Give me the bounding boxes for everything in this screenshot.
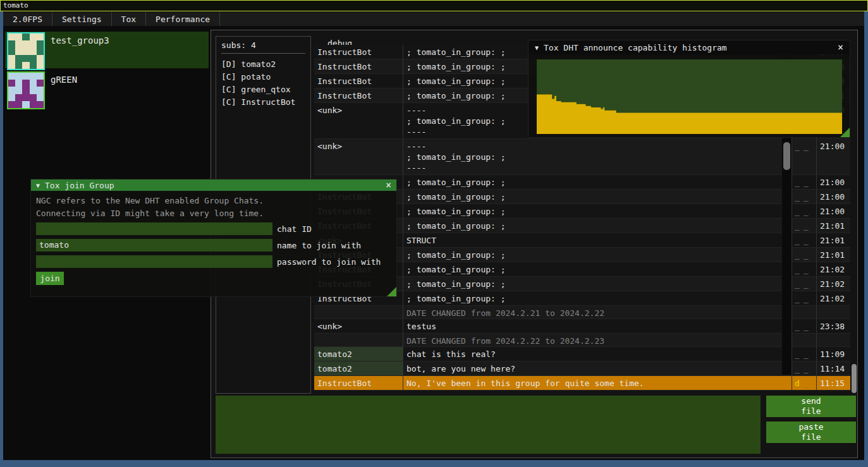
close-icon[interactable]: ×	[838, 43, 843, 52]
member-item-tomato2[interactable]: [D] tomato2	[221, 58, 305, 71]
close-icon[interactable]: ×	[386, 181, 391, 190]
message-text: STRUCT	[403, 233, 782, 247]
collapse-icon[interactable]: ▼	[535, 44, 539, 51]
chat-id-input[interactable]	[36, 222, 272, 235]
message-flags: __	[792, 347, 816, 361]
resize-grip[interactable]	[840, 128, 850, 137]
date-separator-row[interactable]: DATE CHANGED from 2024.2.21 to 2024.2.22	[314, 306, 850, 319]
chat-window-scrollbar-thumb[interactable]	[852, 364, 857, 393]
message-sender: <unk>	[314, 139, 403, 174]
dialog-field-row: password to join with	[36, 255, 381, 268]
message-time: 21:00	[816, 139, 850, 174]
member-list: [D] tomato2[C] potato[C] green_qtox[C] I…	[221, 58, 305, 109]
member-item-potato[interactable]: [C] potato	[221, 71, 305, 83]
message-time: 21:00	[816, 204, 850, 218]
contact-name: gREEN	[51, 75, 77, 85]
date-separator-row[interactable]: DATE CHANGED from 2024.2.22 to 2024.2.23	[314, 334, 850, 347]
contact-name: test_group3	[51, 35, 109, 45]
message-time	[816, 334, 850, 346]
message-flags: __	[792, 233, 816, 247]
message-time: 11:15	[816, 376, 850, 390]
histogram-bars	[537, 95, 842, 135]
message-sender	[314, 334, 403, 346]
message-flags: d_	[792, 376, 816, 390]
member-item-instructbot[interactable]: [C] InstructBot	[221, 96, 305, 109]
message-text: ; tomato_in_group: ;	[403, 219, 782, 233]
message-row[interactable]: InstructBotNo, I've been in this group f…	[314, 376, 850, 391]
message-text: ; tomato_in_group: ;	[403, 204, 782, 218]
message-text: ; tomato_in_group: ;	[403, 277, 782, 291]
send-file-button[interactable]: send file	[766, 396, 856, 417]
join-dialog-title: Tox join Group	[45, 181, 114, 190]
paste-file-button[interactable]: paste file	[766, 422, 856, 443]
join-dialog-titlebar[interactable]: ▼ Tox join Group ×	[31, 179, 396, 191]
message-sender: InstructBot	[314, 45, 403, 59]
group-avatar	[7, 71, 45, 109]
message-time: 21:02	[816, 277, 850, 291]
join-button[interactable]: join	[36, 272, 64, 285]
menu-item-2-0fps[interactable]: 2.0FPS	[3, 12, 52, 26]
message-sender: tomato2	[314, 361, 403, 375]
message-text: ; tomato_in_group: ;	[403, 248, 782, 262]
message-flags: __	[792, 262, 816, 276]
message-sender: InstructBot	[314, 59, 403, 73]
dialog-field-row: tomatoname to join with	[36, 239, 381, 252]
subs-separator	[221, 53, 305, 54]
window-titlebar[interactable]: tomato	[0, 0, 868, 11]
message-time: 11:14	[816, 361, 850, 375]
date-changed-text: DATE CHANGED from 2024.2.21 to 2024.2.22	[403, 306, 782, 318]
messages-scrollbar-thumb[interactable]	[783, 142, 790, 170]
message-sender: InstructBot	[314, 376, 403, 390]
message-time: 21:02	[816, 262, 850, 276]
message-text: ; tomato_in_group: ;	[403, 190, 782, 203]
message-row[interactable]: <unk>testus__23:38	[314, 319, 850, 334]
message-flags	[792, 334, 816, 346]
menu-item-settings[interactable]: Settings	[52, 12, 112, 26]
message-time: 11:09	[816, 347, 850, 361]
message-flags: __	[792, 139, 816, 174]
menu-item-tox[interactable]: Tox	[112, 12, 146, 26]
member-item-green_qtox[interactable]: [C] green_qtox	[221, 83, 305, 96]
message-sender: <unk>	[314, 103, 403, 138]
histogram-titlebar[interactable]: ▼ Tox DHT announce capability histogram …	[529, 40, 850, 54]
message-flags: __	[792, 319, 816, 333]
message-flags: __	[792, 277, 816, 291]
message-time	[816, 306, 850, 318]
window-frame-bottom	[0, 460, 868, 467]
message-time: 21:02	[816, 291, 850, 305]
message-row[interactable]: tomato2bot, are you new here?__11:14	[314, 361, 850, 376]
menu-bar: 2.0FPSSettingsToxPerformance	[3, 12, 864, 26]
collapse-icon[interactable]: ▼	[36, 182, 40, 189]
message-time: 21:01	[816, 248, 850, 262]
name-to-join-with-input[interactable]: tomato	[36, 239, 272, 252]
field-label: name to join with	[277, 241, 361, 250]
message-time: 21:01	[816, 233, 850, 247]
message-text: chat is this real?	[403, 347, 782, 361]
contact-row-test-group3[interactable]: test_group3	[5, 32, 209, 68]
message-flags	[792, 306, 816, 318]
message-sender	[314, 306, 403, 318]
password-to-join-with-input[interactable]	[36, 255, 272, 268]
message-flags: __	[792, 291, 816, 305]
message-input[interactable]	[216, 396, 761, 454]
message-row[interactable]: <unk>---- ; tomato_in_group: ; ----__21:…	[314, 139, 850, 175]
message-time: 21:01	[816, 219, 850, 233]
window-title: tomato	[3, 1, 28, 9]
message-text: testus	[403, 319, 782, 333]
message-text: ; tomato_in_group: ;	[403, 291, 782, 305]
message-sender: tomato2	[314, 347, 403, 361]
resize-grip[interactable]	[387, 287, 396, 296]
join-dialog-description: NGC refers to the New DHT enabled Group …	[36, 195, 264, 220]
histogram-title: Tox DHT announce capability histogram	[544, 43, 727, 52]
message-flags: __	[792, 175, 816, 189]
app-root: tomato 2.0FPSSettingsToxPerformance test…	[0, 0, 868, 467]
join-group-dialog: ▼ Tox join Group × NGC refers to the New…	[30, 179, 397, 297]
window-frame-right	[864, 11, 868, 467]
menu-item-performance[interactable]: Performance	[146, 12, 220, 26]
group-avatar	[7, 32, 45, 70]
contact-row-green[interactable]: gREEN	[5, 71, 209, 107]
message-sender: InstructBot	[314, 88, 403, 102]
message-flags: __	[792, 204, 816, 218]
message-row[interactable]: tomato2chat is this real?__11:09	[314, 347, 850, 361]
dialog-field-row: chat ID	[36, 222, 381, 235]
